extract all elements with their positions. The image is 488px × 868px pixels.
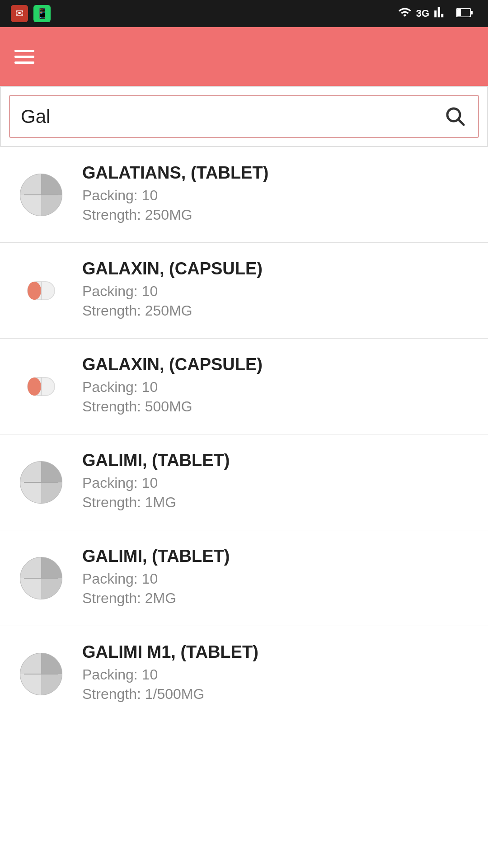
list-item[interactable]: GALAXIN, (CAPSULE) Packing: 10 Strength:… <box>0 243 488 339</box>
search-icon <box>444 105 465 127</box>
svg-rect-9 <box>41 282 42 300</box>
search-button[interactable] <box>442 103 467 130</box>
product-list: GALATIANS, (TABLET) Packing: 10 Strength… <box>0 147 488 722</box>
product-packing-1: Packing: 10 <box>82 283 472 300</box>
signal-3g: 3G <box>416 8 429 19</box>
product-info-2: GALAXIN, (CAPSULE) Packing: 10 Strength:… <box>82 355 472 418</box>
search-container <box>0 86 488 147</box>
status-right: 3G <box>394 5 477 22</box>
product-name-2: GALAXIN, (CAPSULE) <box>82 355 472 374</box>
svg-rect-11 <box>28 377 41 396</box>
product-strength-0: Strength: 250MG <box>82 207 472 223</box>
gmail-icon: ✉ <box>11 5 28 22</box>
status-left: ✉ 📱 <box>11 5 51 22</box>
svg-rect-2 <box>457 9 461 16</box>
product-icon-3 <box>16 458 66 507</box>
svg-rect-12 <box>41 377 42 396</box>
whatsapp-icon: 📱 <box>33 5 51 22</box>
header <box>0 27 488 86</box>
product-info-1: GALAXIN, (CAPSULE) Packing: 10 Strength:… <box>82 259 472 322</box>
list-item[interactable]: GALIMI, (TABLET) Packing: 10 Strength: 2… <box>0 530 488 626</box>
product-name-1: GALAXIN, (CAPSULE) <box>82 259 472 278</box>
list-item[interactable]: GALAXIN, (CAPSULE) Packing: 10 Strength:… <box>0 339 488 434</box>
search-box <box>9 95 479 138</box>
battery-icon <box>456 7 473 20</box>
product-name-5: GALIMI M1, (TABLET) <box>82 642 472 662</box>
product-info-0: GALATIANS, (TABLET) Packing: 10 Strength… <box>82 163 472 226</box>
svg-line-4 <box>459 120 464 125</box>
status-bar: ✉ 📱 3G <box>0 0 488 27</box>
menu-button[interactable] <box>14 50 34 64</box>
svg-rect-8 <box>28 282 41 300</box>
product-packing-2: Packing: 10 <box>82 379 472 396</box>
product-info-3: GALIMI, (TABLET) Packing: 10 Strength: 1… <box>82 451 472 514</box>
search-input[interactable] <box>21 106 442 127</box>
list-item[interactable]: GALIMI M1, (TABLET) Packing: 10 Strength… <box>0 626 488 722</box>
product-icon-5 <box>16 649 66 699</box>
list-item[interactable]: GALIMI, (TABLET) Packing: 10 Strength: 1… <box>0 434 488 530</box>
product-name-0: GALATIANS, (TABLET) <box>82 163 472 183</box>
product-info-4: GALIMI, (TABLET) Packing: 10 Strength: 2… <box>82 547 472 609</box>
product-packing-0: Packing: 10 <box>82 187 472 204</box>
signal-bars <box>434 5 447 22</box>
product-icon-1 <box>16 266 66 316</box>
list-item[interactable]: GALATIANS, (TABLET) Packing: 10 Strength… <box>0 147 488 243</box>
product-strength-5: Strength: 1/500MG <box>82 686 472 703</box>
svg-rect-1 <box>471 11 473 14</box>
product-packing-5: Packing: 10 <box>82 666 472 683</box>
product-name-4: GALIMI, (TABLET) <box>82 547 472 566</box>
product-strength-2: Strength: 500MG <box>82 398 472 415</box>
product-icon-2 <box>16 362 66 411</box>
product-icon-4 <box>16 553 66 603</box>
product-strength-3: Strength: 1MG <box>82 494 472 511</box>
product-packing-4: Packing: 10 <box>82 571 472 587</box>
menu-line-1 <box>14 50 34 52</box>
product-strength-4: Strength: 2MG <box>82 590 472 607</box>
menu-line-3 <box>14 61 34 64</box>
product-strength-1: Strength: 250MG <box>82 302 472 319</box>
product-icon-0 <box>16 170 66 220</box>
product-info-5: GALIMI M1, (TABLET) Packing: 10 Strength… <box>82 642 472 705</box>
product-name-3: GALIMI, (TABLET) <box>82 451 472 470</box>
product-packing-3: Packing: 10 <box>82 475 472 491</box>
wifi-icon <box>398 5 412 22</box>
menu-line-2 <box>14 56 34 58</box>
